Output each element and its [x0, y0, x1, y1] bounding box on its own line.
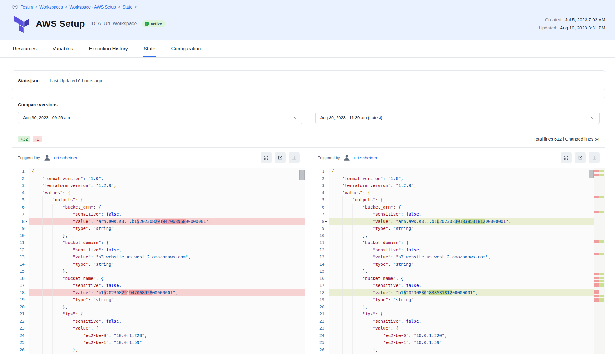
tab-execution-history[interactable]: Execution History — [88, 40, 128, 57]
version-select-right[interactable]: Aug 30, 2023 - 11:39 am (Latest) — [315, 112, 600, 124]
indent-guides — [32, 247, 73, 254]
indent-guides — [332, 296, 373, 304]
line-number: 7 — [12, 211, 25, 218]
code-line: 11"bucket_domain": { — [313, 239, 605, 247]
diff-marker — [25, 261, 29, 268]
code-line: 20}, — [313, 304, 605, 311]
code-line: 11"bucket_domain": { — [12, 239, 305, 247]
user-avatar-icon — [343, 154, 351, 162]
code-line: 21"ips": { — [12, 311, 305, 318]
code-text: "sensitive": false, — [29, 247, 305, 254]
triggered-by-label: Triggered by — [18, 155, 40, 160]
code-line: 4"values": { — [313, 189, 605, 197]
version-select-left[interactable]: Aug 30, 2023 - 09:26 am — [18, 112, 302, 124]
breadcrumb-separator: > — [35, 5, 37, 9]
removed-lines-badge: -1 — [33, 136, 42, 142]
indent-guides — [332, 196, 352, 204]
diff-marker — [25, 175, 29, 182]
code-line: 12"sensitive": false, — [12, 247, 305, 254]
tab-resources[interactable]: Resources — [12, 40, 37, 57]
indent-guides — [332, 268, 363, 275]
state-file-card: State.json Last Updated 6 hours ago — [12, 70, 605, 90]
indent-guides — [32, 196, 52, 204]
line-number: 17 — [313, 282, 325, 289]
indent-guides — [32, 182, 42, 189]
triggered-by-user-link[interactable]: uri scheiner — [54, 155, 78, 160]
code-text: "sensitive": false, — [329, 318, 605, 325]
code-line: 10}, — [12, 232, 305, 240]
indent-guides — [332, 218, 373, 225]
code-line: 2"format_version": "1.0", — [313, 175, 605, 182]
indent-guides — [332, 304, 363, 311]
line-number: 4 — [12, 189, 25, 197]
tab-configuration[interactable]: Configuration — [170, 40, 201, 57]
code-text: { — [329, 168, 605, 175]
external-link-icon[interactable] — [275, 152, 286, 163]
code-text: "value": { — [329, 325, 605, 332]
download-icon[interactable] — [289, 152, 300, 163]
download-icon[interactable] — [589, 152, 600, 163]
code-text: "bucket_domain": { — [29, 239, 305, 247]
diff-marker — [325, 275, 329, 282]
tab-bar: ResourcesVariablesExecution HistoryState… — [0, 40, 615, 58]
code-text: }, — [329, 232, 605, 240]
code-right: 1{2"format_version": "1.0",3"terraform_v… — [313, 168, 605, 354]
code-text: "type": "string" — [29, 296, 305, 304]
user-avatar-icon — [43, 154, 51, 162]
vertical-divider — [45, 77, 45, 84]
line-number: 22 — [313, 318, 325, 325]
right-pane-scrollbar[interactable] — [589, 170, 594, 178]
breadcrumb-link[interactable]: Workspace - AWS Setup — [69, 5, 116, 9]
tab-variables[interactable]: Variables — [52, 40, 74, 57]
tab-state[interactable]: State — [143, 40, 156, 57]
indent-guides — [32, 332, 83, 339]
diff-marker — [325, 311, 329, 318]
indent-guides — [32, 211, 73, 218]
diff-marker — [25, 168, 29, 175]
line-number: 14 — [313, 261, 325, 268]
code-text: "values": { — [29, 189, 305, 197]
indent-guides — [332, 189, 342, 197]
indent-guides — [332, 204, 363, 211]
line-number: 13 — [313, 253, 325, 261]
diff-overview-strip[interactable] — [594, 168, 605, 354]
code-text: "outputs": { — [329, 196, 605, 204]
code-text: "ec2-be-0": "10.0.1.220", — [29, 332, 305, 339]
indent-guides — [32, 268, 63, 275]
diff-marker — [25, 339, 29, 346]
code-text: "ips": { — [29, 311, 305, 318]
compare-card: Compare versions Aug 30, 2023 - 09:26 am… — [12, 97, 605, 354]
state-file-name: State.json — [18, 78, 40, 83]
diff-marker: + — [325, 289, 329, 297]
external-link-icon[interactable] — [575, 152, 586, 163]
diff-marker — [325, 182, 329, 189]
line-number: 15 — [12, 268, 25, 275]
breadcrumb-link[interactable]: Workspaces — [39, 5, 63, 9]
code-line: 23"value": { — [313, 325, 605, 332]
indent-guides — [332, 239, 363, 247]
diff-marker — [325, 353, 329, 354]
code-line: 27"type": [ — [313, 353, 605, 354]
line-number: 1 — [313, 168, 325, 175]
code-line: 25"ec2-be-1": "10.0.1.59" — [313, 339, 605, 346]
indent-guides — [32, 261, 73, 268]
indent-guides — [332, 289, 373, 297]
code-text: "format_version": "1.0", — [29, 175, 305, 182]
breadcrumb-link[interactable]: Testim — [21, 5, 33, 9]
code-text: "bucket_arn": { — [29, 204, 305, 211]
code-line: 17"sensitive": false, — [12, 282, 305, 289]
expand-icon[interactable] — [561, 152, 572, 163]
line-number: 10 — [313, 232, 325, 240]
code-text: "sensitive": false, — [329, 211, 605, 218]
expand-icon[interactable] — [261, 152, 272, 163]
status-badge: ✓ active — [142, 20, 166, 27]
triggered-by-user-link[interactable]: uri scheiner — [354, 155, 378, 160]
indent-guides — [32, 189, 42, 197]
left-pane-scrollbar[interactable] — [299, 170, 305, 180]
line-number: 7 — [313, 211, 325, 218]
indent-guides — [332, 175, 342, 182]
breadcrumb-link[interactable]: State — [122, 5, 132, 9]
indent-guides — [332, 247, 373, 254]
code-line: 24"ec2-be-0": "10.0.1.220", — [12, 332, 305, 339]
code-line: 5"outputs": { — [313, 196, 605, 204]
